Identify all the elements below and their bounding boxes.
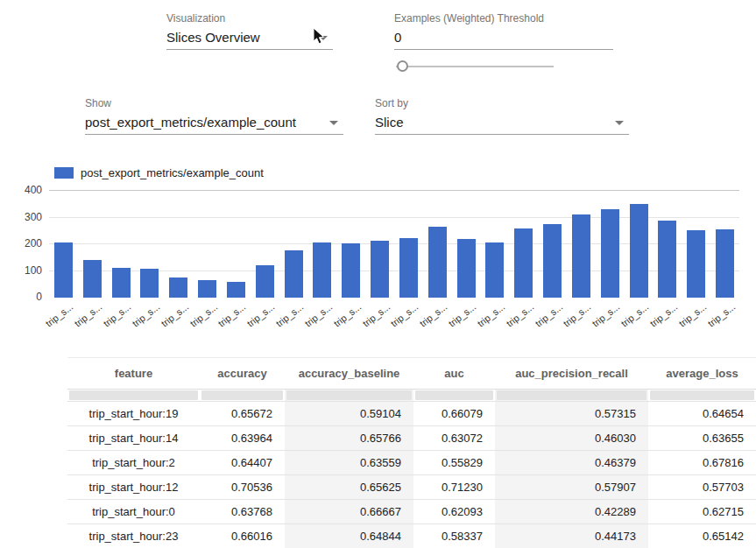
table-header-row: featureaccuracyaccuracy_baselineaucauc_p… [67,358,756,390]
metrics-table-container: featureaccuracyaccuracy_baselineaucauc_p… [67,357,756,548]
column-filter-input[interactable] [286,390,412,400]
cell-accuracy: 0.70536 [200,475,285,500]
bar-8[interactable] [285,250,303,298]
bar-3[interactable] [140,269,159,298]
chevron-down-icon [319,36,328,40]
bar-9[interactable] [313,242,331,298]
bar-20[interactable] [630,204,648,298]
y-axis-tick-label: 300 [7,211,42,223]
column-header-auc_precision_recall[interactable]: auc_precision_recall [495,358,648,390]
slices-bar-chart: post_export_metrics/example_count trip_s… [0,162,756,341]
column-filter-input[interactable] [69,390,198,400]
y-axis-tick-label: 100 [7,264,42,277]
bar-16[interactable] [514,228,533,298]
cell-accuracy_baseline: 0.65766 [285,426,413,451]
cell-auc_precision_recall: 0.46030 [495,426,648,451]
show-label: Show [85,97,111,109]
cell-auc_precision_recall: 0.57315 [495,402,648,426]
cell-average_loss: 0.62715 [648,500,756,524]
table-row[interactable]: trip_start_hour:00.637680.666670.620930.… [67,500,756,524]
filter-cell-accuracy [200,390,285,402]
column-header-average_loss[interactable]: average_loss [648,358,756,390]
bar-plot: trip_s...trip_s...trip_s...trip_s...trip… [49,191,739,298]
y-axis-tick-label: 400 [7,184,42,196]
cell-accuracy_baseline: 0.65625 [285,475,413,500]
cell-average_loss: 0.64654 [648,402,756,426]
filter-cell-auc [413,390,495,402]
column-header-auc[interactable]: auc [413,358,495,390]
table-row[interactable]: trip_start_hour:190.656720.591040.660790… [67,402,756,426]
bar-11[interactable] [371,241,389,298]
y-axis-tick-label: 200 [7,237,42,249]
column-filter-input[interactable] [415,390,493,400]
cell-feature: trip_start_hour:2 [67,451,200,475]
cell-accuracy: 0.65672 [200,402,285,426]
filter-cell-auc_precision_recall [495,390,648,402]
cell-accuracy: 0.66016 [200,524,285,548]
bar-7[interactable] [256,265,274,298]
cell-auc: 0.62093 [413,500,495,524]
bar-2[interactable] [112,268,131,298]
cell-auc: 0.55829 [413,451,495,475]
table-row[interactable]: trip_start_hour:120.705360.656250.712300… [67,475,756,500]
threshold-slider[interactable] [396,60,554,73]
bar-13[interactable] [428,227,447,298]
column-filter-input[interactable] [201,390,283,400]
bar-21[interactable] [658,221,676,298]
bar-18[interactable] [572,214,590,298]
slices-overview-page: Visualization Slices Overview Examples (… [0,0,756,548]
sort-by-value: Slice [375,115,404,130]
bar-15[interactable] [485,242,504,298]
sort-by-select[interactable]: Slice [375,111,629,135]
table-row[interactable]: trip_start_hour:140.639640.657660.630720… [67,426,756,451]
cell-auc: 0.71230 [413,475,495,500]
cell-feature: trip_start_hour:19 [67,402,200,426]
bar-12[interactable] [399,238,418,298]
column-header-accuracy[interactable]: accuracy [200,358,285,390]
filter-cell-feature [67,390,200,402]
table-row[interactable]: trip_start_hour:20.644070.635590.558290.… [67,451,756,475]
x-axis-tick-label: trip_s... [681,301,737,348]
legend-swatch-icon [54,167,74,179]
bar-10[interactable] [342,243,360,298]
bar-5[interactable] [198,280,216,298]
cell-feature: trip_start_hour:12 [67,475,200,500]
cell-auc_precision_recall: 0.46379 [495,451,648,475]
column-header-feature[interactable]: feature [67,358,200,390]
cell-average_loss: 0.67816 [648,451,756,475]
bar-17[interactable] [543,224,562,298]
cell-feature: trip_start_hour:0 [67,500,200,524]
cell-auc: 0.58337 [413,524,495,548]
bar-19[interactable] [601,209,619,298]
visualization-label: Visualization [166,12,225,25]
bar-1[interactable] [83,260,102,298]
cell-accuracy: 0.63964 [200,426,285,451]
sort-by-label: Sort by [375,97,408,109]
bar-0[interactable] [54,242,73,298]
cell-average_loss: 0.65142 [648,524,756,548]
filter-cell-average_loss [648,390,756,402]
cell-feature: trip_start_hour:23 [67,524,200,548]
threshold-input[interactable]: 0 [394,26,613,50]
chevron-down-icon [615,121,624,125]
bar-14[interactable] [457,239,476,298]
cell-auc_precision_recall: 0.57907 [495,475,648,500]
column-header-accuracy_baseline[interactable]: accuracy_baseline [285,358,413,390]
cell-accuracy_baseline: 0.64844 [285,524,413,548]
bar-23[interactable] [716,229,734,298]
visualization-select[interactable]: Slices Overview [166,26,333,50]
visualization-value: Slices Overview [166,30,260,45]
cell-accuracy_baseline: 0.66667 [285,500,413,524]
cell-accuracy_baseline: 0.59104 [285,402,413,426]
column-filter-input[interactable] [650,390,754,400]
bar-6[interactable] [227,282,245,298]
table-row[interactable]: trip_start_hour:230.660160.648440.583370… [67,524,756,548]
cell-auc_precision_recall: 0.44173 [495,524,648,548]
y-axis-tick-label: 0 [7,291,42,303]
bar-4[interactable] [169,278,187,298]
slider-thumb[interactable] [397,60,408,72]
show-select[interactable]: post_export_metrics/example_count [85,111,343,135]
bar-22[interactable] [687,230,705,298]
slider-track[interactable] [396,66,554,67]
column-filter-input[interactable] [497,390,646,400]
